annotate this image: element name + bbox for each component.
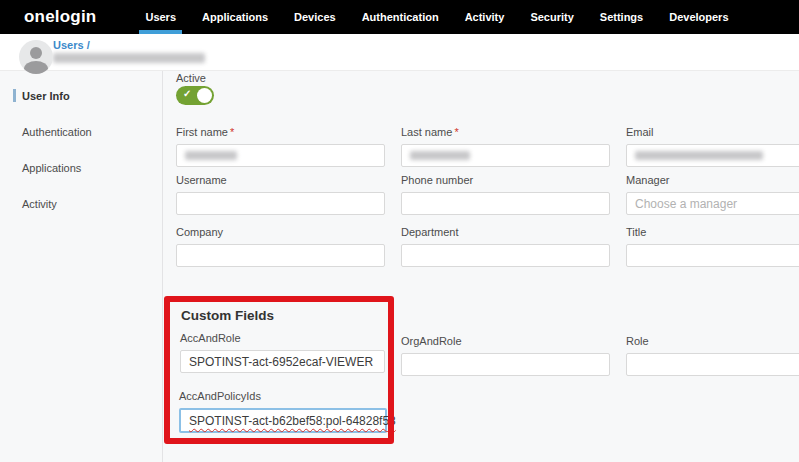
title-input[interactable]	[626, 244, 799, 267]
username-input[interactable]	[176, 192, 385, 215]
title-field: Title	[626, 226, 799, 267]
role-input[interactable]	[626, 353, 799, 376]
acc-and-policy-ids-input[interactable]: SPOTINST-act-b62bef58:pol-64828f58	[179, 408, 387, 433]
last-name-label: Last name*	[401, 126, 610, 138]
acc-and-role-label: AccAndRole	[180, 332, 385, 344]
top-nav-items: Users Applications Devices Authenticatio…	[132, 0, 741, 34]
page-header: Users /	[0, 34, 799, 71]
org-and-role-field: OrgAndRole	[401, 335, 610, 376]
active-label: Active	[176, 72, 206, 84]
role-label: Role	[626, 335, 799, 347]
phone-number-label: Phone number	[401, 174, 610, 186]
sidebar: User Info Authentication Applications Ac…	[0, 72, 162, 216]
breadcrumb-users-link[interactable]: Users /	[53, 39, 90, 51]
sidebar-item-applications[interactable]: Applications	[0, 156, 162, 180]
custom-fields-heading: Custom Fields	[181, 308, 274, 323]
required-asterisk: *	[454, 126, 458, 138]
phone-number-input[interactable]	[401, 192, 610, 215]
first-name-field: First name*	[176, 126, 385, 167]
nav-item-security[interactable]: Security	[517, 0, 586, 34]
nav-item-developers[interactable]: Developers	[656, 0, 741, 34]
acc-and-role-field: AccAndRole	[180, 332, 385, 373]
email-field: Email	[626, 126, 799, 167]
user-avatar-icon	[19, 40, 53, 74]
onelogin-logo[interactable]: onelogin	[24, 7, 96, 27]
toggle-knob	[197, 88, 212, 103]
nav-item-settings[interactable]: Settings	[587, 0, 656, 34]
department-input[interactable]	[401, 244, 610, 267]
nav-item-users[interactable]: Users	[132, 0, 189, 34]
first-name-value-redacted	[185, 151, 237, 160]
last-name-field: Last name*	[401, 126, 610, 167]
username-label: Username	[176, 174, 385, 186]
required-asterisk: *	[230, 126, 234, 138]
sidebar-divider	[162, 71, 163, 462]
acc-and-role-input[interactable]	[180, 350, 385, 373]
breadcrumb-user-name-redacted	[53, 53, 205, 63]
company-input[interactable]	[176, 244, 385, 267]
company-field: Company	[176, 226, 385, 267]
email-label: Email	[626, 126, 799, 138]
department-field: Department	[401, 226, 610, 267]
sidebar-item-authentication[interactable]: Authentication	[0, 120, 162, 144]
last-name-input[interactable]	[401, 144, 610, 167]
acc-and-policy-ids-value: SPOTINST-act-b62bef58:pol-64828f58	[189, 414, 396, 428]
nav-item-activity[interactable]: Activity	[452, 0, 518, 34]
first-name-input[interactable]	[176, 144, 385, 167]
acc-and-policy-ids-label: AccAndPolicyIds	[179, 390, 387, 402]
title-label: Title	[626, 226, 799, 238]
sidebar-item-user-info[interactable]: User Info	[0, 84, 162, 108]
nav-item-applications[interactable]: Applications	[189, 0, 281, 34]
email-input[interactable]	[626, 144, 799, 167]
first-name-label: First name*	[176, 126, 385, 138]
active-toggle[interactable]: ✓	[176, 86, 214, 105]
last-name-value-redacted	[410, 151, 470, 160]
check-icon: ✓	[183, 88, 191, 99]
username-field: Username	[176, 174, 385, 215]
nav-item-authentication[interactable]: Authentication	[349, 0, 452, 34]
manager-label: Manager	[626, 174, 799, 186]
acc-and-policy-ids-field: AccAndPolicyIds SPOTINST-act-b62bef58:po…	[179, 390, 387, 433]
org-and-role-input[interactable]	[401, 353, 610, 376]
manager-input[interactable]	[626, 192, 799, 215]
department-label: Department	[401, 226, 610, 238]
role-field: Role	[626, 335, 799, 376]
phone-number-field: Phone number	[401, 174, 610, 215]
manager-field: Manager	[626, 174, 799, 215]
company-label: Company	[176, 226, 385, 238]
top-nav-bar: onelogin Users Applications Devices Auth…	[0, 0, 799, 34]
nav-item-devices[interactable]: Devices	[281, 0, 349, 34]
org-and-role-label: OrgAndRole	[401, 335, 610, 347]
sidebar-item-activity[interactable]: Activity	[0, 192, 162, 216]
email-value-redacted	[635, 151, 763, 160]
